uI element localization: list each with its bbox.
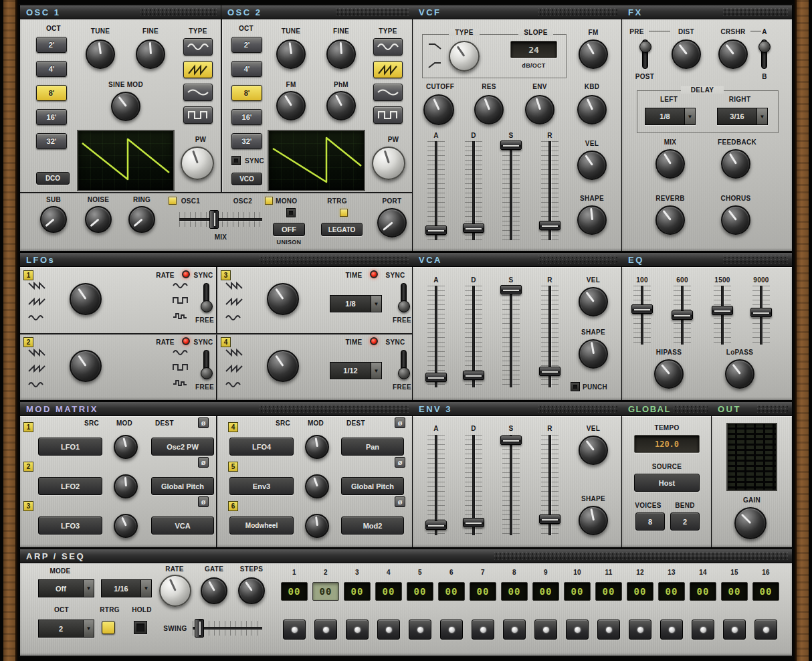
- vcf-shape-knob[interactable]: [577, 205, 607, 235]
- vca-attack-handle[interactable]: [425, 373, 447, 382]
- osc2-fm-knob[interactable]: [276, 91, 306, 120]
- osc1-sine-mod-knob[interactable]: [111, 92, 140, 121]
- lfo3-toggle-knob[interactable]: [398, 300, 410, 312]
- sample-hold-icon[interactable]: [173, 379, 189, 387]
- step-display-11[interactable]: 00: [595, 582, 622, 601]
- chevron-down-icon[interactable]: ▼: [684, 108, 696, 125]
- vcf-decay-slider[interactable]: [465, 141, 482, 240]
- osc2-tune-knob[interactable]: [276, 39, 306, 69]
- vca-vel-knob[interactable]: [579, 287, 608, 316]
- lfo3-time-select[interactable]: 1/8▼: [330, 295, 382, 312]
- mod-slot3-phase-button[interactable]: ø: [198, 496, 209, 507]
- vca-attack-slider[interactable]: [427, 286, 445, 387]
- sine-icon[interactable]: [173, 282, 189, 290]
- lfo2-toggle-knob[interactable]: [201, 367, 213, 379]
- lfo1-rate-knob[interactable]: [70, 283, 102, 315]
- feedback-knob[interactable]: [721, 149, 750, 179]
- sine-icon[interactable]: [225, 314, 241, 322]
- env3-attack-handle[interactable]: [425, 521, 447, 530]
- osc1-type-saw-button[interactable]: [183, 61, 213, 78]
- osc2-oct-8-button[interactable]: 8': [231, 85, 262, 101]
- rtrg-led[interactable]: [340, 209, 348, 217]
- mod-slot3-dest-button[interactable]: VCA: [151, 516, 214, 535]
- chevron-down-icon[interactable]: ▼: [140, 579, 152, 597]
- step-button-6[interactable]: [440, 620, 463, 640]
- osc1-enable-led[interactable]: [169, 197, 177, 205]
- arp-rate-knob[interactable]: [159, 575, 191, 607]
- osc-mix-slider[interactable]: [179, 212, 262, 227]
- mod-slot2-src-button[interactable]: LFO2: [38, 477, 102, 495]
- mod-slot2-amount-knob[interactable]: [114, 474, 138, 498]
- osc-mix-slider-handle[interactable]: [209, 210, 219, 229]
- osc2-pw-knob[interactable]: [372, 147, 405, 180]
- osc1-type-triangle-button[interactable]: [183, 84, 213, 101]
- arp-rtrg-button[interactable]: [102, 621, 115, 634]
- mono-led[interactable]: [265, 197, 273, 205]
- mono-checkbox[interactable]: [286, 208, 296, 217]
- lfo1-sync-free-toggle[interactable]: [203, 283, 209, 312]
- sine-icon[interactable]: [173, 349, 189, 357]
- step-button-1[interactable]: [283, 620, 306, 640]
- ring-knob[interactable]: [128, 206, 155, 233]
- step-button-12[interactable]: [629, 620, 651, 640]
- sine-icon[interactable]: [28, 314, 44, 322]
- saw-down-icon[interactable]: [28, 349, 45, 357]
- env3-release-handle[interactable]: [539, 514, 561, 524]
- vcf-vel-knob[interactable]: [577, 151, 607, 180]
- voices-button[interactable]: 8: [635, 512, 665, 531]
- vca-decay-handle[interactable]: [463, 371, 484, 380]
- lfo4-rate-knob[interactable]: [267, 350, 299, 382]
- vcf-fm-knob[interactable]: [579, 39, 608, 69]
- eq-band-9000-handle[interactable]: [750, 308, 772, 317]
- steps-knob[interactable]: [238, 577, 265, 604]
- saw-down-icon[interactable]: [225, 349, 243, 357]
- mod-slot5-dest-button[interactable]: Global Pitch: [341, 477, 404, 495]
- saw-up-icon[interactable]: [28, 365, 45, 373]
- swing-slider-handle[interactable]: [195, 619, 204, 638]
- osc1-type-pulse-button[interactable]: [183, 106, 213, 124]
- step-button-13[interactable]: [660, 620, 683, 640]
- arp-oct-select[interactable]: 2▼: [38, 620, 94, 638]
- vca-shape-knob[interactable]: [579, 339, 608, 369]
- step-display-8[interactable]: 00: [501, 582, 528, 601]
- source-button[interactable]: Host: [634, 474, 700, 492]
- res-knob[interactable]: [474, 95, 504, 124]
- vca-release-handle[interactable]: [539, 367, 561, 376]
- vcf-env-knob[interactable]: [525, 95, 554, 124]
- lfo3-rate-knob[interactable]: [267, 283, 299, 315]
- osc1-oct-16-button[interactable]: 16': [36, 109, 67, 125]
- osc2-vco-button[interactable]: VCO: [231, 173, 262, 185]
- vca-sustain-slider[interactable]: [502, 286, 520, 387]
- swing-slider[interactable]: [193, 621, 262, 636]
- mod-slot5-phase-button[interactable]: ø: [395, 457, 405, 468]
- legato-button[interactable]: LEGATO: [321, 223, 363, 236]
- vcf-attack-handle[interactable]: [425, 225, 447, 235]
- gate-knob[interactable]: [201, 577, 227, 604]
- mod-slot1-dest-button[interactable]: Osc2 PW: [151, 438, 214, 456]
- arp-hold-button[interactable]: [134, 621, 147, 634]
- env3-release-slider[interactable]: [541, 435, 559, 535]
- ab-toggle-knob[interactable]: [758, 41, 771, 53]
- chevron-down-icon[interactable]: ▼: [83, 579, 94, 597]
- osc2-oct-32-button[interactable]: 32': [231, 133, 262, 149]
- osc1-pw-knob[interactable]: [181, 147, 214, 180]
- pre-post-toggle-knob[interactable]: [639, 41, 651, 53]
- mod-slot5-src-button[interactable]: Env3: [229, 477, 294, 495]
- mod-slot6-phase-button[interactable]: ø: [395, 496, 405, 507]
- vcf-attack-slider[interactable]: [427, 141, 445, 240]
- noise-knob[interactable]: [85, 206, 112, 233]
- step-button-7[interactable]: [472, 620, 494, 640]
- mod-slot4-dest-button[interactable]: Pan: [341, 438, 404, 456]
- step-display-10[interactable]: 00: [564, 582, 591, 601]
- sine-icon[interactable]: [225, 381, 241, 389]
- env3-sustain-handle[interactable]: [500, 436, 522, 445]
- lfo2-sync-free-toggle[interactable]: [203, 350, 209, 379]
- step-button-14[interactable]: [692, 620, 714, 640]
- bend-button[interactable]: 2: [670, 512, 700, 531]
- ab-toggle[interactable]: [761, 39, 767, 69]
- square-icon[interactable]: [173, 296, 189, 304]
- delay-left-select[interactable]: 1/8▼: [645, 108, 696, 125]
- vcf-sustain-slider[interactable]: [502, 141, 520, 240]
- osc2-type-pulse-button[interactable]: [373, 106, 403, 124]
- osc2-oct-2-button[interactable]: 2': [231, 37, 262, 53]
